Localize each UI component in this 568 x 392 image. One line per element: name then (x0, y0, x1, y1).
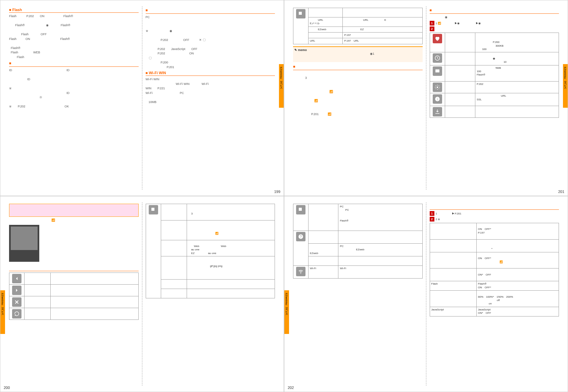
svg-rect-1 (435, 69, 439, 72)
svg-point-2 (436, 87, 438, 88)
cell: JavaScript (430, 307, 476, 316)
page-forward-icon (149, 205, 158, 214)
phone-mockup (9, 225, 39, 262)
cell (445, 33, 475, 52)
page-202: PC PC Flash® ? EZwebPC EZweb (284, 196, 568, 392)
cell: Web Web au one EZ au one (187, 240, 275, 256)
side-tab: EZweb/auサービス (279, 64, 284, 108)
cell (309, 8, 343, 17)
cell: Flash® ON OFF* (476, 281, 559, 291)
cell: 80% 100%* 150% 200% off on (476, 291, 559, 307)
cell (51, 284, 138, 296)
svg-text:i: i (437, 97, 437, 101)
screen-icon (433, 66, 442, 76)
cell: JavaScript ON* OFF (476, 307, 559, 316)
callout-1 (43, 223, 56, 227)
page-number: 200 (4, 386, 10, 390)
cell: URL SSL (475, 93, 559, 106)
flash-section-body: Flash P.202 ON Flash® Flash® ◉ Flash® Fl… (9, 14, 139, 59)
page-200: 📶 (0, 196, 284, 392)
cell: * (476, 239, 559, 252)
settings-table: ON OFF* P.197 * ON OFF* 📶 ON* OFF Flash … (430, 223, 559, 316)
cell (161, 289, 187, 298)
heart-icon (433, 34, 442, 43)
cell: gif jpg png (187, 256, 275, 280)
cell (309, 231, 338, 243)
cell: 5MB 100 Flash® (475, 65, 559, 82)
download-section-body: 3 📶 📶 P.201 📶 (293, 71, 423, 117)
id-section-body: ID ID ID ※ ID ※ ※ P.202 OK (9, 68, 139, 109)
cell (309, 256, 338, 266)
cell (187, 289, 275, 298)
clock-icon (433, 53, 442, 63)
cell (430, 239, 476, 252)
cell: EZ (343, 27, 422, 32)
cell (25, 284, 51, 296)
pc-section-title: ■ (146, 8, 275, 14)
feature-box (9, 204, 139, 217)
cell (445, 52, 475, 65)
toolbar-table (9, 273, 139, 320)
cell: ◉ 10 (475, 52, 559, 65)
cell: PC PC Flash® (338, 204, 422, 231)
cell (25, 308, 51, 320)
download-section-title: ■ (293, 64, 423, 70)
page-number: 199 (274, 190, 280, 194)
page-199: ■ Flash Flash P.202 ON Flash® Flash® ◉ F… (0, 0, 284, 196)
side-tab: EZweb/auサービス (0, 290, 5, 334)
cell: 3 (187, 204, 275, 220)
page-number: 201 (558, 190, 564, 194)
cell (445, 106, 475, 118)
menu-section-intro: ◉ (430, 15, 559, 20)
page-number: 202 (288, 386, 294, 390)
svg-text:?: ? (300, 234, 302, 238)
help-icon: ? (296, 232, 305, 241)
cell (161, 220, 187, 240)
cell: EZweb (309, 27, 343, 32)
memo-box: memo ◉1 (293, 46, 423, 62)
cell (161, 204, 187, 220)
cell (445, 93, 475, 106)
cell (338, 256, 422, 266)
feature-intro: 📶 (9, 218, 139, 223)
actions-table: 3 📶 Web Web au one EZ au one (146, 204, 275, 298)
settings-section-title (430, 204, 559, 210)
cell (187, 280, 275, 289)
callout-3 (43, 247, 56, 251)
cell: URL Eメール (309, 17, 343, 27)
callout-2 (43, 233, 56, 237)
cell: Wi-Fi (309, 265, 338, 278)
gear-icon (433, 83, 442, 92)
reload-icon (12, 309, 21, 318)
cell: P.197 (343, 32, 422, 38)
step-2: 22 ※ (430, 217, 559, 222)
url-table: URL Eメール URL E EZweb EZ P.197 URL P.197 … (293, 8, 423, 44)
wifi-section-title: ■ Wi-Fi WIN (146, 71, 275, 76)
forward-icon (12, 286, 21, 295)
info-icon: i (433, 94, 442, 104)
close-icon (12, 297, 21, 307)
cell (475, 106, 559, 118)
side-tab: EZweb/auサービス (284, 290, 289, 334)
cell (430, 291, 476, 307)
pc-section-body: PC ※ ◉ P.202 OFF ✕ 〇 P.202 JavaScript OF… (146, 15, 275, 69)
cell: URL E (343, 17, 422, 27)
memo-heading: memo (294, 48, 421, 52)
cell: ON OFF* P.197 (476, 223, 559, 240)
cell (430, 252, 476, 268)
cell: P.202 (475, 82, 559, 93)
back-icon (12, 274, 21, 283)
cell (338, 231, 422, 243)
step-1: 11 📶 ▶◉ ▶◉ (430, 21, 559, 26)
flash-section-title: ■ Flash (9, 8, 139, 13)
cell (343, 8, 422, 17)
page-forward-icon (296, 9, 305, 18)
menu-section-title: ■ (430, 8, 559, 14)
menu-table: P.200 300KB 100 ◉ 10 5MB 100 Flash® P.20… (430, 33, 559, 118)
cell: PC EZweb (338, 243, 422, 256)
cell (51, 308, 138, 320)
cell (445, 82, 475, 93)
wifi-icon (296, 267, 305, 276)
cell (51, 273, 138, 284)
cell (430, 223, 476, 240)
